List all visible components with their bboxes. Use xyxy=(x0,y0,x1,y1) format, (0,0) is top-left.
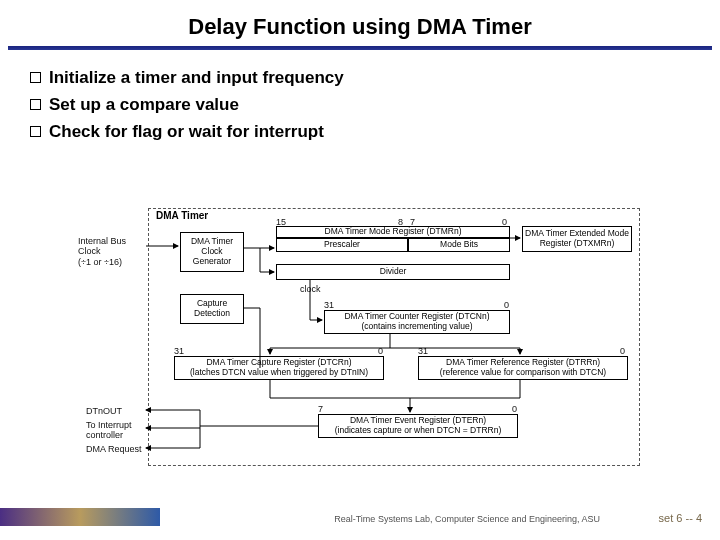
bullet-text: Initialize a timer and input frequency xyxy=(49,64,344,91)
bullet-list: Initialize a timer and input frequency S… xyxy=(0,64,720,146)
page-number: set 6 -- 4 xyxy=(659,512,702,524)
square-bullet-icon xyxy=(30,72,41,83)
square-bullet-icon xyxy=(30,99,41,110)
bullet-text: Set up a compare value xyxy=(49,91,239,118)
bullet-text: Check for flag or wait for interrupt xyxy=(49,118,324,145)
slide-title: Delay Function using DMA Timer xyxy=(0,0,720,46)
square-bullet-icon xyxy=(30,126,41,137)
dma-timer-diagram: DMA Timer Internal Bus Clock (÷1 or ÷16)… xyxy=(90,208,650,488)
bullet-item: Check for flag or wait for interrupt xyxy=(30,118,690,145)
footer-decoration xyxy=(0,508,160,526)
bullet-item: Set up a compare value xyxy=(30,91,690,118)
footer-text: Real-Time Systems Lab, Computer Science … xyxy=(334,514,600,524)
diagram-arrows xyxy=(90,208,650,488)
bullet-item: Initialize a timer and input frequency xyxy=(30,64,690,91)
title-underline xyxy=(8,46,712,50)
